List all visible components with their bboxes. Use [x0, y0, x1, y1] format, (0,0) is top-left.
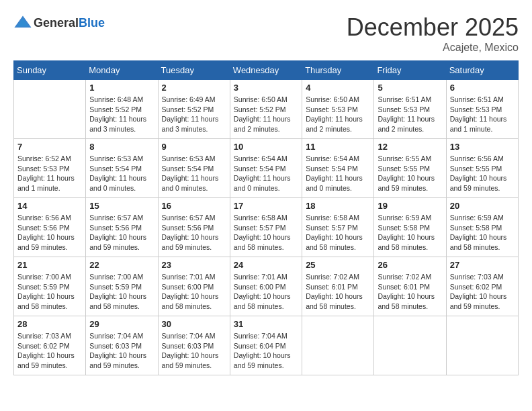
calendar-cell: 28Sunrise: 7:03 AMSunset: 6:02 PMDayligh…: [14, 316, 86, 375]
day-number: 23: [162, 260, 226, 270]
day-info: Sunrise: 6:54 AMSunset: 5:54 PMDaylight:…: [306, 154, 370, 193]
calendar-cell: 13Sunrise: 6:56 AMSunset: 5:55 PMDayligh…: [446, 139, 518, 198]
week-row-5: 28Sunrise: 7:03 AMSunset: 6:02 PMDayligh…: [14, 316, 519, 375]
logo-general-text: General: [34, 16, 79, 30]
calendar-cell: 8Sunrise: 6:53 AMSunset: 5:54 PMDaylight…: [86, 139, 158, 198]
day-info: Sunrise: 7:01 AMSunset: 6:00 PMDaylight:…: [162, 272, 226, 312]
day-number: 15: [89, 201, 154, 211]
day-info: Sunrise: 7:00 AMSunset: 5:59 PMDaylight:…: [89, 272, 154, 312]
day-info: Sunrise: 6:58 AMSunset: 5:57 PMDaylight:…: [234, 213, 298, 253]
day-number: 12: [378, 142, 442, 152]
calendar-cell: 24Sunrise: 7:01 AMSunset: 6:00 PMDayligh…: [230, 257, 302, 316]
day-info: Sunrise: 6:50 AMSunset: 5:52 PMDaylight:…: [234, 95, 298, 134]
calendar-cell: 22Sunrise: 7:00 AMSunset: 5:59 PMDayligh…: [86, 257, 158, 316]
calendar-cell: 9Sunrise: 6:53 AMSunset: 5:54 PMDaylight…: [158, 139, 230, 198]
day-number: 21: [17, 260, 82, 270]
calendar-cell: 16Sunrise: 6:57 AMSunset: 5:56 PMDayligh…: [158, 198, 230, 257]
day-info: Sunrise: 7:04 AMSunset: 6:03 PMDaylight:…: [89, 331, 154, 371]
day-info: Sunrise: 7:04 AMSunset: 6:03 PMDaylight:…: [162, 331, 226, 371]
day-info: Sunrise: 7:03 AMSunset: 6:02 PMDaylight:…: [17, 331, 82, 371]
day-number: 29: [89, 319, 154, 329]
day-number: 9: [162, 142, 226, 152]
day-info: Sunrise: 6:56 AMSunset: 5:56 PMDaylight:…: [17, 213, 82, 253]
day-number: 16: [162, 201, 226, 211]
month-title: December 2025: [347, 13, 519, 42]
weekday-header-friday: Friday: [374, 61, 446, 80]
day-info: Sunrise: 6:51 AMSunset: 5:53 PMDaylight:…: [378, 95, 442, 134]
day-info: Sunrise: 6:55 AMSunset: 5:55 PMDaylight:…: [378, 154, 442, 193]
logo-blue-text: Blue: [79, 16, 105, 30]
day-number: 4: [306, 83, 370, 93]
day-number: 11: [306, 142, 370, 152]
calendar-cell: 11Sunrise: 6:54 AMSunset: 5:54 PMDayligh…: [302, 139, 374, 198]
week-row-3: 14Sunrise: 6:56 AMSunset: 5:56 PMDayligh…: [14, 198, 519, 257]
day-info: Sunrise: 6:49 AMSunset: 5:52 PMDaylight:…: [162, 95, 226, 134]
calendar-cell: 31Sunrise: 7:04 AMSunset: 6:04 PMDayligh…: [230, 316, 302, 375]
calendar-cell: 10Sunrise: 6:54 AMSunset: 5:54 PMDayligh…: [230, 139, 302, 198]
day-info: Sunrise: 6:50 AMSunset: 5:53 PMDaylight:…: [306, 95, 370, 134]
day-info: Sunrise: 6:56 AMSunset: 5:55 PMDaylight:…: [450, 154, 515, 193]
weekday-header-saturday: Saturday: [446, 61, 518, 80]
calendar-cell: 14Sunrise: 6:56 AMSunset: 5:56 PMDayligh…: [14, 198, 86, 257]
calendar-table: SundayMondayTuesdayWednesdayThursdayFrid…: [13, 60, 519, 375]
day-info: Sunrise: 7:01 AMSunset: 6:00 PMDaylight:…: [234, 272, 298, 312]
calendar-cell: 19Sunrise: 6:59 AMSunset: 5:58 PMDayligh…: [374, 198, 446, 257]
day-info: Sunrise: 6:59 AMSunset: 5:58 PMDaylight:…: [378, 213, 442, 253]
day-info: Sunrise: 6:53 AMSunset: 5:54 PMDaylight:…: [162, 154, 226, 193]
calendar-cell: 23Sunrise: 7:01 AMSunset: 6:00 PMDayligh…: [158, 257, 230, 316]
calendar-cell: 27Sunrise: 7:03 AMSunset: 6:02 PMDayligh…: [446, 257, 518, 316]
day-number: 25: [306, 260, 370, 270]
day-info: Sunrise: 6:48 AMSunset: 5:52 PMDaylight:…: [89, 95, 154, 134]
week-row-1: 1Sunrise: 6:48 AMSunset: 5:52 PMDaylight…: [14, 80, 519, 139]
calendar-cell: 29Sunrise: 7:04 AMSunset: 6:03 PMDayligh…: [86, 316, 158, 375]
calendar-cell: 25Sunrise: 7:02 AMSunset: 6:01 PMDayligh…: [302, 257, 374, 316]
day-number: 18: [306, 201, 370, 211]
calendar-cell: 21Sunrise: 7:00 AMSunset: 5:59 PMDayligh…: [14, 257, 86, 316]
calendar-cell: 15Sunrise: 6:57 AMSunset: 5:56 PMDayligh…: [86, 198, 158, 257]
weekday-header-monday: Monday: [86, 61, 158, 80]
day-info: Sunrise: 7:02 AMSunset: 6:01 PMDaylight:…: [306, 272, 370, 312]
weekday-header-tuesday: Tuesday: [158, 61, 230, 80]
calendar-cell: 1Sunrise: 6:48 AMSunset: 5:52 PMDaylight…: [86, 80, 158, 139]
calendar-cell: 17Sunrise: 6:58 AMSunset: 5:57 PMDayligh…: [230, 198, 302, 257]
calendar-cell: [302, 316, 374, 375]
day-number: 13: [450, 142, 515, 152]
day-info: Sunrise: 7:02 AMSunset: 6:01 PMDaylight:…: [378, 272, 442, 312]
weekday-header-wednesday: Wednesday: [230, 61, 302, 80]
day-info: Sunrise: 6:54 AMSunset: 5:54 PMDaylight:…: [234, 154, 298, 193]
day-number: 22: [89, 260, 154, 270]
title-area: December 2025 Acajete, Mexico: [347, 13, 519, 54]
calendar-cell: 26Sunrise: 7:02 AMSunset: 6:01 PMDayligh…: [374, 257, 446, 316]
calendar-cell: 18Sunrise: 6:58 AMSunset: 5:57 PMDayligh…: [302, 198, 374, 257]
day-number: 20: [450, 201, 515, 211]
day-number: 6: [450, 83, 515, 93]
day-number: 27: [450, 260, 515, 270]
week-row-2: 7Sunrise: 6:52 AMSunset: 5:53 PMDaylight…: [14, 139, 519, 198]
day-number: 10: [234, 142, 298, 152]
weekday-header-row: SundayMondayTuesdayWednesdayThursdayFrid…: [14, 61, 519, 80]
day-number: 3: [234, 83, 298, 93]
day-number: 31: [234, 319, 298, 329]
calendar-cell: 6Sunrise: 6:51 AMSunset: 5:53 PMDaylight…: [446, 80, 518, 139]
location-title: Acajete, Mexico: [347, 42, 519, 54]
day-number: 26: [378, 260, 442, 270]
calendar-cell: 5Sunrise: 6:51 AMSunset: 5:53 PMDaylight…: [374, 80, 446, 139]
calendar-cell: 3Sunrise: 6:50 AMSunset: 5:52 PMDaylight…: [230, 80, 302, 139]
weekday-header-thursday: Thursday: [302, 61, 374, 80]
day-number: 2: [162, 83, 226, 93]
day-info: Sunrise: 6:52 AMSunset: 5:53 PMDaylight:…: [17, 154, 82, 193]
calendar-cell: [446, 316, 518, 375]
day-info: Sunrise: 7:04 AMSunset: 6:04 PMDaylight:…: [234, 331, 298, 371]
calendar-cell: [14, 80, 86, 139]
calendar-cell: 12Sunrise: 6:55 AMSunset: 5:55 PMDayligh…: [374, 139, 446, 198]
day-info: Sunrise: 6:57 AMSunset: 5:56 PMDaylight:…: [162, 213, 226, 253]
logo: GeneralBlue: [13, 13, 105, 32]
day-number: 24: [234, 260, 298, 270]
calendar-cell: 30Sunrise: 7:04 AMSunset: 6:03 PMDayligh…: [158, 316, 230, 375]
day-info: Sunrise: 6:57 AMSunset: 5:56 PMDaylight:…: [89, 213, 154, 253]
calendar-cell: 2Sunrise: 6:49 AMSunset: 5:52 PMDaylight…: [158, 80, 230, 139]
day-info: Sunrise: 6:58 AMSunset: 5:57 PMDaylight:…: [306, 213, 370, 253]
day-number: 30: [162, 319, 226, 329]
day-number: 1: [89, 83, 154, 93]
day-info: Sunrise: 6:53 AMSunset: 5:54 PMDaylight:…: [89, 154, 154, 193]
